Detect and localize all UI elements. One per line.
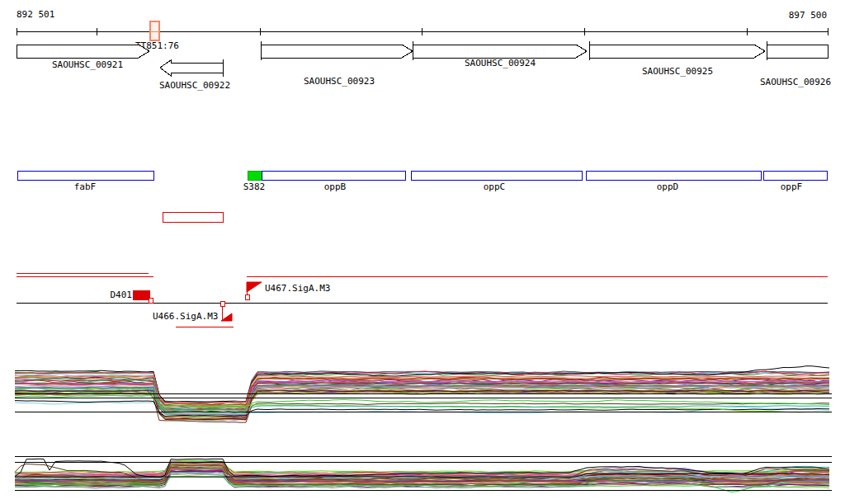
annotation-label: S382	[243, 181, 266, 192]
gene-arrow-saouhsc-00922[interactable]	[160, 60, 223, 76]
gene-arrow-saouhsc-00923[interactable]	[261, 45, 413, 58]
annotation-track: fabFS382oppBoppCoppDoppF	[17, 171, 827, 222]
tss-label-u466-siga-m3: U466.SigA.M3	[153, 311, 218, 322]
annotation-box-oppf[interactable]	[763, 171, 827, 180]
gene-label-saouhsc-00922: SAOUHSC_00922	[159, 80, 230, 91]
gene-arrow-saouhsc-00926[interactable]	[767, 45, 828, 58]
annotation-box-s382[interactable]	[248, 171, 262, 180]
expression-profile-upper	[15, 366, 832, 423]
tss-flag-u467-siga-m3[interactable]	[247, 282, 262, 292]
annotation-box-oppd[interactable]	[586, 171, 761, 180]
unannotated-region-box[interactable]	[163, 212, 223, 222]
annotation-label: fabF	[74, 181, 97, 192]
ruler-start-coordinate: 892 501	[17, 9, 54, 20]
gene-label-saouhsc-00921: SAOUHSC_00921	[52, 59, 123, 70]
gene-track: SAOUHSC_00921SAOUHSC_00922SAOUHSC_00923S…	[17, 41, 831, 91]
annotation-label: oppD	[657, 181, 679, 192]
gene-label-saouhsc-00925: SAOUHSC_00925	[642, 66, 713, 77]
browser-canvas: 892 501897 500 TT851:76 SAOUHSC_00921SAO…	[0, 0, 845, 504]
tss-label-u467-siga-m3: U467.SigA.M3	[265, 283, 330, 294]
gene-arrow-saouhsc-00925[interactable]	[589, 45, 765, 58]
annotation-label: oppB	[324, 181, 347, 192]
genome-browser: 892 501897 500 TT851:76 SAOUHSC_00921SAO…	[0, 0, 845, 504]
annotation-label: oppF	[781, 181, 803, 192]
annotation-box-fabf[interactable]	[17, 171, 153, 180]
tss-marker-square[interactable]	[149, 298, 153, 303]
gene-label-saouhsc-00924: SAOUHSC_00924	[465, 58, 536, 68]
annotation-label: oppC	[484, 181, 506, 192]
gene-label-saouhsc-00926: SAOUHSC_00926	[760, 77, 831, 87]
tss-label-d401: D401	[111, 290, 133, 300]
tss-marker-square[interactable]	[220, 301, 224, 306]
gene-arrow-saouhsc-00921[interactable]	[17, 45, 149, 58]
tss-track: D401U466.SigA.M3U467.SigA.M3	[17, 273, 828, 327]
tss-marker-square[interactable]	[245, 294, 249, 299]
tss-flag-u466-siga-m3[interactable]	[221, 313, 232, 321]
tss-feature-d401[interactable]	[133, 290, 149, 299]
gene-label-saouhsc-00923: SAOUHSC_00923	[304, 76, 375, 87]
expression-profile-lower	[15, 456, 832, 492]
annotation-box-oppc[interactable]	[411, 171, 582, 180]
annotation-box-oppb[interactable]	[262, 171, 405, 180]
ruler-end-coordinate: 897 500	[789, 10, 827, 21]
coordinate-ruler: 892 501897 500	[17, 9, 828, 35]
gene-arrow-saouhsc-00924[interactable]	[413, 45, 587, 58]
